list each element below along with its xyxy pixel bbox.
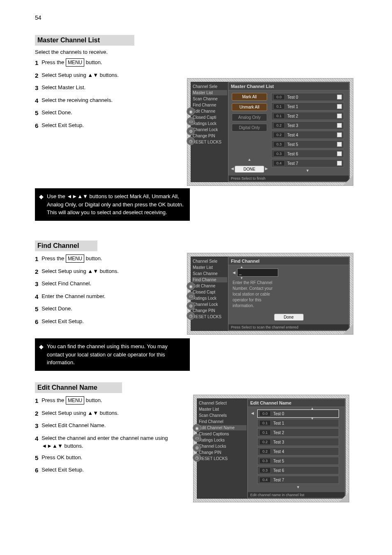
chan-name: Test 5 <box>287 142 334 147</box>
list-item[interactable]: 0.3Test 5 <box>271 140 344 148</box>
chan-num: 0.2 <box>273 123 285 128</box>
chan-num: 0.0 <box>259 411 271 416</box>
list-item[interactable]: 0.1Test 2 <box>271 112 344 120</box>
chan-num: 0.2 <box>259 439 271 445</box>
note-box: ◆Use the ◄►▲▼ buttons to select Mark All… <box>35 188 190 221</box>
list-item[interactable]: 0.2Test 3 <box>271 121 344 130</box>
chan-num: 0.3 <box>259 467 271 473</box>
sidebar-clock-icon: ◷ <box>193 453 201 462</box>
sidebar-item-master-list[interactable]: Master List <box>192 90 227 95</box>
section-master-para: Select the channels to receive. <box>35 49 183 55</box>
list-item[interactable]: 0.1Test 2 <box>257 428 339 437</box>
step-body: Select Exit Setup. <box>42 121 183 131</box>
list-item[interactable]: 0.1Test 1 <box>257 419 339 427</box>
sidebar-item[interactable]: Ratings Lock <box>192 296 227 301</box>
list-item[interactable]: 0.2Test 4 <box>257 447 339 456</box>
sidebar-item[interactable]: RESET LOCKS <box>192 314 227 319</box>
done-button[interactable]: DONE <box>235 166 264 173</box>
sidebar-item[interactable]: Closed Captions <box>198 431 247 437</box>
chan-num: 0.1 <box>273 104 285 109</box>
checkbox[interactable] <box>337 104 342 109</box>
menu-key: MENU <box>66 254 84 263</box>
sidebar-item[interactable]: Scan Channels <box>198 413 247 418</box>
checkbox[interactable] <box>337 123 342 128</box>
chan-name: Test 2 <box>273 430 337 435</box>
sidebar-item[interactable]: Ratings Lock <box>192 121 227 126</box>
list-item[interactable]: 0.2Test 4 <box>271 131 344 139</box>
done-button[interactable]: Done <box>274 314 304 321</box>
checkbox[interactable] <box>337 95 342 99</box>
sidebar-item[interactable]: Find Channel <box>198 419 247 424</box>
list-item[interactable]: 0.3Test 6 <box>257 466 339 474</box>
sidebar-item[interactable]: Change PIN <box>192 133 227 139</box>
sidebar-item[interactable]: Scan Channe <box>192 271 227 276</box>
sidebar-item[interactable]: Scan Channe <box>192 96 227 102</box>
step-num: 6 <box>35 317 38 327</box>
list-item[interactable]: 0.3Test 5 <box>257 457 339 465</box>
checkbox[interactable] <box>337 151 342 156</box>
list-item[interactable]: 0.1Test 1 <box>271 102 344 111</box>
sidebar-item[interactable]: RESET LOCKS <box>192 139 227 145</box>
sidebar-item-edit-channel-name[interactable]: Edit Channel Name <box>198 425 247 430</box>
sidebar-clock-icon: ◷ <box>187 137 195 145</box>
list-item[interactable]: 0.3Test 6 <box>271 150 344 158</box>
chan-name: Test 6 <box>273 468 337 473</box>
sidebar-item[interactable]: Channel Locks <box>198 444 247 449</box>
sidebar-item[interactable]: Master List <box>198 407 247 412</box>
panel-title: Edit Channel Name <box>248 399 345 407</box>
channel-number-input[interactable]: _ ▲ ▼ <box>237 268 278 277</box>
checkbox[interactable] <box>337 113 342 118</box>
chan-name: Test 7 <box>287 161 334 166</box>
bullet-icon: ◆ <box>39 192 44 217</box>
checkbox[interactable] <box>337 142 342 147</box>
sidebar-item[interactable]: Channel Lock <box>192 127 227 132</box>
chan-name: Test 6 <box>287 152 334 156</box>
panel-hint: Edit channel name in channel list <box>248 492 345 498</box>
menu-sidebar: Channel Sele Master List Scan Channe Fin… <box>191 82 228 182</box>
step-num: 5 <box>35 305 38 314</box>
sidebar-item[interactable]: Channel Select <box>198 400 247 406</box>
sidebar-gear-icon: ⚙ <box>193 444 201 452</box>
sidebar-item[interactable]: Find Channe <box>192 102 227 108</box>
sidebar-item[interactable]: RESET LOCKS <box>198 456 247 461</box>
panel-hint: Press Select to finish <box>228 175 349 181</box>
list-item[interactable]: 0.2Test 3 <box>257 438 339 446</box>
checkbox[interactable] <box>337 132 342 137</box>
panel-hint: Press Select to scan the channel entered <box>228 324 349 330</box>
unmark-all-button[interactable]: Unmark All <box>232 103 267 111</box>
list-item[interactable]: ▲ 0.0 Test 0 ▼ <box>257 409 339 418</box>
up-arrow-icon: ▲ <box>248 157 251 162</box>
sidebar-item-find-channel[interactable]: Find Channe <box>192 277 227 282</box>
sidebar-item[interactable]: Master List <box>192 265 227 270</box>
chan-name: Test 0 <box>273 412 337 416</box>
sidebar-item[interactable]: Channel Lock <box>192 302 227 307</box>
sidebar-item[interactable]: Channel Sele <box>192 259 227 264</box>
sidebar-screen-icon: ▭ <box>187 117 195 125</box>
mark-all-button[interactable]: Mark All <box>232 93 267 101</box>
step-body: Press the MENU button. <box>42 254 183 264</box>
chan-num: 0.2 <box>259 449 271 454</box>
up-arrow-icon: ▲ <box>240 265 243 269</box>
list-item[interactable]: 0.4Test 7 <box>257 476 339 484</box>
sidebar-item[interactable]: Edit Channe <box>192 283 227 289</box>
sidebar-item[interactable]: Change PIN <box>198 450 247 455</box>
digital-only-button[interactable]: Digital Only <box>232 124 267 132</box>
list-item[interactable]: 0.4Test 7 <box>271 159 344 167</box>
step-text: Press the <box>42 255 66 261</box>
sidebar-item[interactable]: Closed Capti <box>192 115 227 120</box>
checkbox[interactable] <box>337 161 342 166</box>
channel-list: ▲ 0.0 Test 0 ▼ 0.1Test 1 0.1Test 2 0.2Te… <box>257 409 341 489</box>
step-body: Select the channel and enter the channel… <box>42 434 183 450</box>
sidebar-item[interactable]: Closed Capt <box>192 289 227 295</box>
sidebar-disc-icon: ◉ <box>187 282 195 290</box>
step-text: button. <box>86 397 102 403</box>
menu-sidebar: Channel Select Master List Scan Channels… <box>197 399 247 498</box>
step-num: 1 <box>35 396 38 406</box>
analog-only-button[interactable]: Analog Only <box>232 113 267 121</box>
sidebar-item[interactable]: Ratings Locks <box>198 437 247 443</box>
sidebar-item[interactable]: Channel Sele <box>192 84 227 89</box>
sidebar-item[interactable]: Change PIN <box>192 308 227 313</box>
list-item[interactable]: 0.0Test 0 <box>271 93 344 101</box>
step-body: Select Edit Channel Name. <box>42 421 183 431</box>
sidebar-item[interactable]: Edit Channe <box>192 109 227 114</box>
